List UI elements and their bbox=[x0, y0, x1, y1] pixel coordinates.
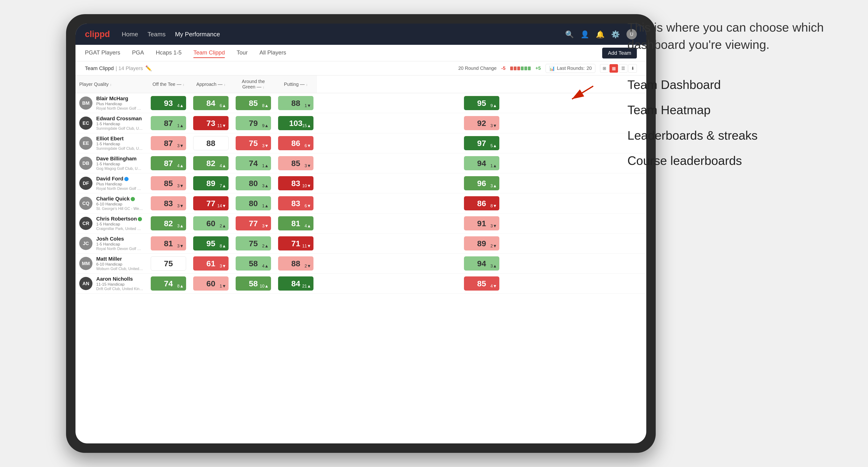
score-box: 60 2▲ bbox=[193, 216, 228, 230]
score-change: 3▼ bbox=[177, 184, 184, 188]
top-nav: clippd Home Teams My Performance 🔍 👤 🔔 ⚙… bbox=[75, 24, 646, 45]
data-table: Player Quality Off the Tee — Approach — … bbox=[75, 75, 646, 294]
subnav-hcaps[interactable]: Hcaps 1-5 bbox=[156, 48, 182, 58]
player-cell[interactable]: AN Aaron Nicholls 11-15 Handicap Drift G… bbox=[75, 274, 147, 293]
player-cell[interactable]: JC Josh Coles 1-5 Handicap Royal North D… bbox=[75, 234, 147, 253]
svg-line-1 bbox=[572, 86, 593, 99]
subnav-all-players[interactable]: All Players bbox=[259, 48, 286, 58]
user-icon[interactable]: 👤 bbox=[581, 30, 589, 38]
player-cell[interactable]: DF David Ford Plus Handicap Royal North … bbox=[75, 173, 147, 193]
subnav-pga[interactable]: PGA bbox=[132, 48, 144, 58]
search-icon[interactable]: 🔍 bbox=[565, 30, 574, 38]
score-value: 80 bbox=[249, 179, 258, 188]
score-change: 1▲ bbox=[262, 204, 269, 209]
subnav-tour[interactable]: Tour bbox=[237, 48, 248, 58]
nav-link-home[interactable]: Home bbox=[122, 29, 138, 39]
score-cell-around-green: 86 6▼ bbox=[275, 133, 317, 153]
player-name: Matt Miller bbox=[96, 256, 144, 262]
player-club: St. George's Hill GC - Weybridge - Surre… bbox=[96, 207, 144, 211]
player-cell[interactable]: MM Matt Miller 6-10 Handicap Woburn Golf… bbox=[75, 253, 147, 273]
score-value: 97 bbox=[477, 139, 486, 148]
score-change: 3▲ bbox=[490, 184, 497, 188]
annotation-text: This is where you can choose which dashb… bbox=[627, 19, 849, 53]
player-info: Blair McHarg Plus Handicap Royal North D… bbox=[96, 96, 144, 111]
score-box: 85 3▼ bbox=[151, 176, 186, 190]
table-row: AN Aaron Nicholls 11-15 Handicap Drift G… bbox=[75, 274, 646, 294]
score-change: 3▼ bbox=[177, 144, 184, 148]
option-team-heatmap: Team Heatmap bbox=[627, 102, 849, 118]
score-box: 75 2▲ bbox=[236, 236, 271, 250]
col-header-player[interactable]: Player Quality bbox=[75, 75, 147, 93]
option-team-dashboard: Team Dashboard bbox=[627, 77, 849, 93]
player-cell[interactable]: CQ Charlie Quick 6-10 Handicap St. Georg… bbox=[75, 193, 147, 213]
score-value: 96 bbox=[477, 179, 486, 188]
table-row: EC Edward Crossman 1-5 Handicap Sunningd… bbox=[75, 113, 646, 133]
score-cell-approach: 85 8▲ bbox=[232, 93, 275, 113]
score-change: 4▲ bbox=[177, 163, 184, 168]
score-change: 3▼ bbox=[177, 244, 184, 249]
score-box: 77 14▼ bbox=[193, 196, 228, 210]
score-box: 84 21▲ bbox=[278, 276, 313, 290]
score-value: 75 bbox=[249, 239, 258, 248]
nav-link-my-performance[interactable]: My Performance bbox=[175, 29, 220, 39]
score-value: 84 bbox=[206, 99, 215, 108]
col-header-putting[interactable]: Putting — bbox=[275, 75, 317, 93]
subnav-team-clippd[interactable]: Team Clippd bbox=[193, 48, 225, 58]
score-box: 74 1▲ bbox=[236, 156, 271, 170]
score-cell-approach: 80 3▲ bbox=[232, 173, 275, 193]
player-avatar: BM bbox=[79, 96, 92, 110]
nav-link-teams[interactable]: Teams bbox=[148, 29, 165, 39]
bar-red-2 bbox=[514, 66, 517, 70]
player-hcap: 1-5 Handicap bbox=[96, 142, 144, 147]
subnav-pgat[interactable]: PGAT Players bbox=[85, 48, 120, 58]
player-info: David Ford Plus Handicap Royal North Dev… bbox=[96, 176, 144, 191]
col-header-around-green[interactable]: Around the Green — bbox=[232, 75, 275, 93]
grid-view-button[interactable]: ⊞ bbox=[600, 64, 609, 73]
score-cell-approach: 75 2▲ bbox=[232, 234, 275, 253]
score-box: 85 4▼ bbox=[464, 276, 499, 290]
score-change: 8▲ bbox=[262, 103, 269, 108]
score-cell-around-green: 103 15▲ bbox=[275, 113, 317, 133]
score-value: 85 bbox=[164, 179, 173, 188]
player-club: Drift Golf Club, United Kingdom bbox=[96, 287, 144, 291]
col-header-approach[interactable]: Approach — bbox=[190, 75, 232, 93]
score-value: 60 bbox=[206, 279, 215, 288]
score-change: 3▼ bbox=[490, 123, 497, 128]
score-value: 87 bbox=[164, 119, 173, 128]
score-box: 80 3▲ bbox=[236, 176, 271, 190]
col-header-off-tee[interactable]: Off the Tee — bbox=[147, 75, 190, 93]
score-value: 83 bbox=[291, 179, 300, 188]
score-change: 10▼ bbox=[302, 184, 311, 188]
score-change: 2▼ bbox=[305, 264, 311, 269]
score-value: 58 bbox=[249, 259, 258, 268]
score-cell-putting: 95 9▲ bbox=[317, 93, 646, 113]
arrow-svg bbox=[567, 84, 596, 102]
score-value: 89 bbox=[206, 179, 215, 188]
score-value: 88 bbox=[206, 139, 215, 148]
bell-icon[interactable]: 🔔 bbox=[596, 30, 604, 38]
score-box: 81 4▲ bbox=[278, 216, 313, 230]
score-cell-around-green: 88 1▼ bbox=[275, 93, 317, 113]
score-box: 87 4▲ bbox=[151, 156, 186, 170]
score-box: 86 6▼ bbox=[278, 136, 313, 150]
player-cell[interactable]: DB Dave Billingham 1-5 Handicap Gog Mago… bbox=[75, 153, 147, 173]
score-box: 81 3▼ bbox=[151, 236, 186, 250]
last-rounds-button[interactable]: 📊 Last Rounds: 20 bbox=[546, 64, 595, 73]
score-box: 103 15▲ bbox=[278, 116, 313, 130]
player-cell[interactable]: BM Blair McHarg Plus Handicap Royal Nort… bbox=[75, 93, 147, 113]
player-cell[interactable]: CR Chris Robertson 1-5 Handicap Craigmil… bbox=[75, 214, 147, 233]
score-cell-around-green: 83 6▼ bbox=[275, 193, 317, 214]
score-box: 95 8▲ bbox=[193, 236, 228, 250]
score-value: 88 bbox=[291, 99, 300, 108]
player-cell[interactable]: EE Elliot Ebert 1-5 Handicap Sunningdale… bbox=[75, 133, 147, 153]
score-value: 93 bbox=[164, 99, 173, 108]
player-hcap: Plus Handicap bbox=[96, 102, 144, 106]
score-change: 8▲ bbox=[177, 284, 184, 289]
score-value: 60 bbox=[206, 219, 215, 228]
player-info: Charlie Quick 6-10 Handicap St. George's… bbox=[96, 196, 144, 211]
edit-icon[interactable]: ✏️ bbox=[145, 65, 152, 71]
table-row: DF David Ford Plus Handicap Royal North … bbox=[75, 173, 646, 193]
arrow-container bbox=[567, 84, 596, 103]
player-cell[interactable]: EC Edward Crossman 1-5 Handicap Sunningd… bbox=[75, 113, 147, 133]
score-cell-putting: 85 4▼ bbox=[317, 274, 646, 294]
